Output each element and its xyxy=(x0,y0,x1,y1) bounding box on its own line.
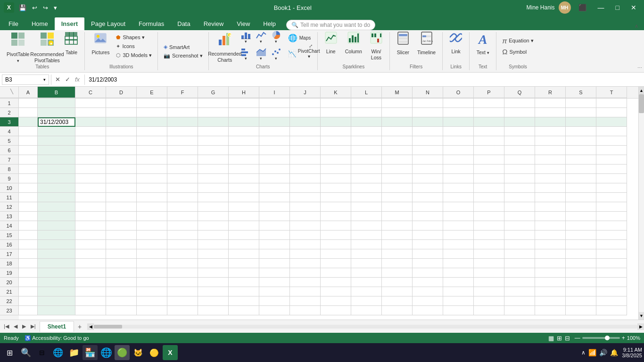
col-header-J[interactable]: J xyxy=(290,87,321,98)
cell-I8[interactable] xyxy=(259,165,290,174)
row-header-6[interactable]: 6 xyxy=(0,146,19,155)
cell-D23[interactable] xyxy=(106,306,137,315)
cell-T1[interactable] xyxy=(596,99,627,108)
cell-F4[interactable] xyxy=(167,127,198,136)
cell-M22[interactable] xyxy=(382,296,413,306)
cell-C21[interactable] xyxy=(75,287,106,296)
cell-M17[interactable] xyxy=(382,249,413,259)
cell-F13[interactable] xyxy=(167,212,198,221)
recommended-pivottables-button[interactable]: ★ RecommendedPivotTables xyxy=(34,30,60,62)
cell-M20[interactable] xyxy=(382,278,413,287)
cell-P9[interactable] xyxy=(474,174,504,183)
cell-M16[interactable] xyxy=(382,240,413,249)
cell-I3[interactable] xyxy=(259,117,290,127)
smartart-button[interactable]: ◈ SmartArt xyxy=(162,43,205,51)
cell-A13[interactable] xyxy=(19,212,38,221)
cell-A7[interactable] xyxy=(19,155,38,165)
cell-P16[interactable] xyxy=(474,240,504,249)
cell-A14[interactable] xyxy=(19,221,38,230)
cell-C8[interactable] xyxy=(75,165,106,174)
cell-N19[interactable] xyxy=(413,268,443,278)
cell-O23[interactable] xyxy=(443,306,474,315)
cell-D15[interactable] xyxy=(106,230,137,240)
cell-I2[interactable] xyxy=(259,108,290,117)
cell-H20[interactable] xyxy=(229,278,259,287)
cell-E17[interactable] xyxy=(137,249,167,259)
cell-F23[interactable] xyxy=(167,306,198,315)
cell-P7[interactable] xyxy=(474,155,504,165)
cell-H6[interactable] xyxy=(229,146,259,155)
icons-button[interactable]: ✦ Icons xyxy=(114,42,154,50)
cell-M15[interactable] xyxy=(382,230,413,240)
cell-S23[interactable] xyxy=(566,306,596,315)
cell-O15[interactable] xyxy=(443,230,474,240)
cell-P17[interactable] xyxy=(474,249,504,259)
zoom-level[interactable]: 100% xyxy=(627,335,640,341)
cell-I10[interactable] xyxy=(259,183,290,193)
cell-K2[interactable] xyxy=(321,108,351,117)
cell-R6[interactable] xyxy=(535,146,566,155)
cell-N16[interactable] xyxy=(413,240,443,249)
cell-F18[interactable] xyxy=(167,259,198,268)
cell-S8[interactable] xyxy=(566,165,596,174)
cell-S17[interactable] xyxy=(566,249,596,259)
cell-S5[interactable] xyxy=(566,136,596,146)
cell-C5[interactable] xyxy=(75,136,106,146)
scroll-track[interactable] xyxy=(639,94,644,312)
cell-Q21[interactable] xyxy=(504,287,535,296)
customize-qa-button[interactable]: ▾ xyxy=(52,3,59,12)
cell-D1[interactable] xyxy=(106,99,137,108)
cell-N23[interactable] xyxy=(413,306,443,315)
last-sheet-button[interactable]: ▶| xyxy=(29,322,38,330)
area-chart-button[interactable]: ▾ xyxy=(254,46,268,62)
cell-J11[interactable] xyxy=(290,193,321,202)
cell-J18[interactable] xyxy=(290,259,321,268)
cell-L19[interactable] xyxy=(351,268,382,278)
cell-P15[interactable] xyxy=(474,230,504,240)
cell-G2[interactable] xyxy=(198,108,229,117)
cell-E18[interactable] xyxy=(137,259,167,268)
row-header-20[interactable]: 20 xyxy=(0,278,19,287)
row-header-1[interactable]: 1 xyxy=(0,99,19,108)
row-header-19[interactable]: 19 xyxy=(0,268,19,278)
cell-C17[interactable] xyxy=(75,249,106,259)
cell-O7[interactable] xyxy=(443,155,474,165)
cell-A8[interactable] xyxy=(19,165,38,174)
cell-N17[interactable] xyxy=(413,249,443,259)
cell-H8[interactable] xyxy=(229,165,259,174)
text-button[interactable]: A Text ▾ xyxy=(473,30,492,62)
col-header-F[interactable]: F xyxy=(167,87,198,98)
cell-G6[interactable] xyxy=(198,146,229,155)
cell-E20[interactable] xyxy=(137,278,167,287)
cell-H1[interactable] xyxy=(229,99,259,108)
notification-icon[interactable]: 🔔 xyxy=(610,349,618,356)
cell-A15[interactable] xyxy=(19,230,38,240)
cell-A10[interactable] xyxy=(19,183,38,193)
cell-H23[interactable] xyxy=(229,306,259,315)
cell-O4[interactable] xyxy=(443,127,474,136)
scroll-down-button[interactable]: ▼ xyxy=(639,312,644,320)
cell-J1[interactable] xyxy=(290,99,321,108)
scroll-up-button[interactable]: ▲ xyxy=(639,87,644,94)
cell-D14[interactable] xyxy=(106,221,137,230)
cell-E10[interactable] xyxy=(137,183,167,193)
cell-C19[interactable] xyxy=(75,268,106,278)
cell-I12[interactable] xyxy=(259,202,290,212)
cell-O19[interactable] xyxy=(443,268,474,278)
hscroll-track[interactable] xyxy=(94,325,637,329)
cell-Q4[interactable] xyxy=(504,127,535,136)
cell-N12[interactable] xyxy=(413,202,443,212)
cell-Q13[interactable] xyxy=(504,212,535,221)
cell-L15[interactable] xyxy=(351,230,382,240)
cell-A17[interactable] xyxy=(19,249,38,259)
cell-S20[interactable] xyxy=(566,278,596,287)
cell-T5[interactable] xyxy=(596,136,627,146)
cell-I9[interactable] xyxy=(259,174,290,183)
cell-Q1[interactable] xyxy=(504,99,535,108)
cell-G7[interactable] xyxy=(198,155,229,165)
cell-K23[interactable] xyxy=(321,306,351,315)
table-button[interactable]: Table xyxy=(62,30,81,62)
cell-F3[interactable] xyxy=(167,117,198,127)
tab-page-layout[interactable]: Page Layout xyxy=(84,17,132,30)
cell-P3[interactable] xyxy=(474,117,504,127)
